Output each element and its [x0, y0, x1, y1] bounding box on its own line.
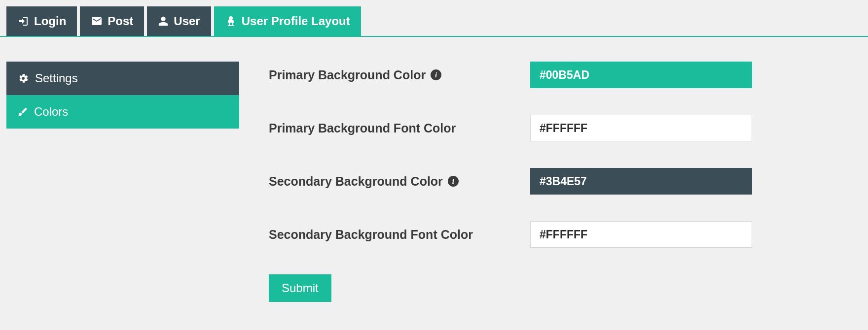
sidebar-item-colors[interactable]: Colors: [6, 95, 239, 129]
form-label: Secondary Background Font Color: [269, 228, 530, 242]
tab-label: User Profile Layout: [242, 14, 350, 28]
info-icon[interactable]: i: [431, 69, 441, 80]
sidebar: Settings Colors: [6, 62, 239, 302]
user-icon: [158, 16, 169, 27]
primary-bg-color-input[interactable]: [530, 62, 752, 88]
tab-login[interactable]: Login: [6, 6, 77, 36]
profile-layout-icon: [225, 15, 237, 27]
form-label: Secondary Background Color i: [269, 174, 530, 189]
envelope-icon: [91, 15, 103, 27]
label-text: Primary Background Font Color: [269, 121, 456, 135]
label-text: Primary Background Color: [269, 68, 426, 82]
form-area: Primary Background Color i Primary Backg…: [239, 62, 862, 302]
sidebar-item-settings[interactable]: Settings: [6, 62, 239, 95]
sidebar-item-label: Settings: [35, 71, 78, 85]
tab-label: Post: [108, 14, 133, 28]
main-content: Settings Colors Primary Background Color…: [0, 37, 868, 308]
form-row-secondary-bg: Secondary Background Color i: [269, 168, 862, 195]
sidebar-item-label: Colors: [34, 105, 68, 119]
tab-user[interactable]: User: [147, 6, 211, 36]
info-icon[interactable]: i: [448, 176, 459, 187]
submit-button[interactable]: Submit: [269, 274, 331, 302]
primary-font-color-input[interactable]: [530, 115, 752, 141]
tab-label: User: [174, 14, 200, 28]
tab-user-profile-layout[interactable]: User Profile Layout: [214, 6, 361, 36]
top-tabs: Login Post User User Profile Layout: [0, 0, 868, 37]
tab-post[interactable]: Post: [80, 6, 144, 36]
gears-icon: [17, 72, 29, 84]
secondary-font-color-input[interactable]: [530, 221, 752, 248]
brush-icon: [17, 106, 28, 117]
form-row-primary-bg: Primary Background Color i: [269, 62, 862, 88]
form-row-primary-font: Primary Background Font Color: [269, 115, 862, 141]
label-text: Secondary Background Font Color: [269, 228, 473, 242]
login-icon: [17, 15, 29, 27]
tab-label: Login: [34, 14, 66, 28]
form-row-secondary-font: Secondary Background Font Color: [269, 221, 862, 248]
form-label: Primary Background Font Color: [269, 121, 530, 135]
secondary-bg-color-input[interactable]: [530, 168, 752, 195]
label-text: Secondary Background Color: [269, 174, 443, 189]
form-label: Primary Background Color i: [269, 68, 530, 82]
